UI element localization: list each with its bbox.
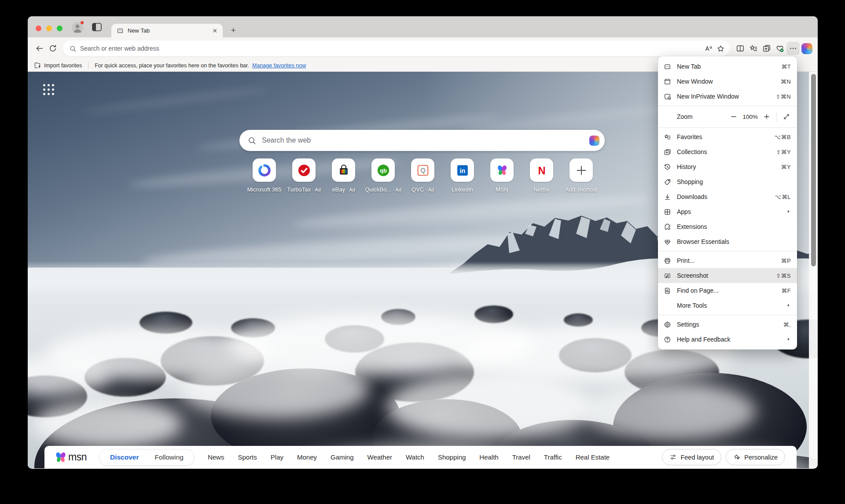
shortcut-quickbo[interactable]: qbQuickBo... · Ad: [364, 158, 402, 193]
find-on-page-icon: [664, 287, 671, 294]
nav-item-money[interactable]: Money: [297, 453, 317, 461]
nav-item-sports[interactable]: Sports: [238, 453, 257, 461]
web-search-bar[interactable]: [239, 130, 605, 151]
back-button[interactable]: [33, 42, 46, 55]
fullscreen-icon[interactable]: [780, 110, 793, 123]
menu-item-label: New InPrivate Window: [677, 93, 776, 100]
menu-item-label: Extensions: [677, 223, 791, 230]
manage-favorites-link[interactable]: Manage favorites now: [252, 63, 306, 69]
shortcut-label: QuickBo... · Ad: [365, 186, 401, 193]
nav-item-shopping[interactable]: Shopping: [438, 453, 466, 461]
nav-item-weather[interactable]: Weather: [367, 453, 392, 461]
nav-item-watch[interactable]: Watch: [406, 453, 424, 461]
personalize-button[interactable]: Personalize: [726, 449, 785, 465]
menu-item-label: Help and Feedback: [677, 336, 786, 343]
more-options-button[interactable]: [786, 42, 800, 55]
browser-essentials-icon[interactable]: [773, 42, 786, 55]
menu-item-settings[interactable]: Settings⌘,: [658, 317, 797, 332]
menu-item-shopping[interactable]: Shopping: [658, 174, 797, 189]
tab-title: New Tab: [128, 27, 211, 34]
minimize-window-button[interactable]: [46, 26, 52, 31]
address-bar[interactable]: [63, 40, 730, 56]
background-mist: [180, 361, 369, 418]
shortcut-msn[interactable]: MSN: [483, 158, 521, 193]
read-aloud-icon[interactable]: [702, 42, 714, 55]
chevron-right-icon: [786, 302, 791, 309]
menu-item-extensions[interactable]: Extensions: [658, 219, 797, 234]
menu-item-help-and-feedback[interactable]: Help and Feedback: [658, 332, 797, 347]
shortcut-netflix[interactable]: NNetflix: [523, 158, 561, 193]
menu-item-history[interactable]: History⌘Y: [658, 159, 797, 174]
menu-item-shortcut: ⇧⌘N: [776, 93, 791, 100]
menu-item-shortcut: ⇧⌘Y: [776, 149, 791, 155]
menu-item-print[interactable]: Print...⌘P: [658, 253, 797, 268]
menu-item-new-window[interactable]: New Window⌘N: [658, 74, 797, 89]
msn-icon: [490, 158, 514, 182]
refresh-button[interactable]: [46, 42, 59, 55]
favorites-icon[interactable]: [747, 42, 760, 55]
msn-nav: NewsSportsPlayMoneyGamingWeatherWatchSho…: [208, 453, 610, 461]
copilot-icon[interactable]: [589, 136, 599, 146]
msn-logo[interactable]: msn: [54, 451, 87, 464]
help-icon: [664, 336, 671, 343]
copilot-icon[interactable]: [801, 43, 812, 54]
shortcut-qvc[interactable]: QQVC · Ad: [404, 158, 442, 193]
menu-item-label: Browser Essentials: [677, 238, 791, 245]
menu-item-downloads[interactable]: Downloads⌥⌘L: [658, 189, 797, 204]
favorites-bar-divider: [88, 62, 88, 69]
qvc-icon: Q: [411, 158, 434, 182]
new-tab-button[interactable]: +: [228, 25, 239, 36]
menu-item-find-on-page[interactable]: Find on Page...⌘F: [658, 283, 797, 298]
menu-item-collections[interactable]: Collections⇧⌘Y: [658, 144, 797, 159]
menu-item-label: More Tools: [677, 302, 786, 309]
nav-item-gaming[interactable]: Gaming: [331, 453, 354, 461]
zoom-out-button[interactable]: [727, 110, 740, 123]
menu-item-apps[interactable]: Apps: [658, 204, 797, 219]
split-screen-icon[interactable]: [734, 42, 747, 55]
menu-item-label: Find on Page...: [677, 287, 781, 294]
collections-icon[interactable]: [760, 42, 773, 55]
favorite-star-icon[interactable]: [714, 42, 727, 55]
search-icon: [69, 45, 77, 52]
menu-item-screenshot[interactable]: Screenshot⇧⌘S: [658, 268, 797, 283]
close-window-button[interactable]: [36, 26, 41, 31]
shortcut-ebay[interactable]: eBay · Ad: [325, 158, 363, 193]
page-scrollbar-track[interactable]: [809, 72, 818, 468]
menu-divider: [658, 251, 797, 251]
ad-badge: · Ad: [424, 187, 434, 192]
menu-item-label: New Tab: [677, 63, 781, 70]
menu-item-new-inprivate-window[interactable]: New InPrivate Window⇧⌘N: [658, 89, 797, 104]
feed-tab-following[interactable]: Following: [147, 453, 191, 461]
menu-item-new-tab[interactable]: New Tab⌘T: [658, 59, 797, 74]
shortcut-microsoft-365[interactable]: Microsoft 365: [246, 158, 283, 193]
tab-actions-icon[interactable]: [92, 23, 102, 31]
feed-tab-discover[interactable]: Discover: [102, 453, 147, 461]
new-window-icon: [664, 78, 671, 85]
app-launcher-icon[interactable]: [43, 84, 55, 96]
menu-item-browser-essentials[interactable]: Browser Essentials: [658, 234, 797, 249]
shortcut-add-shortcut[interactable]: Add shortcut: [562, 158, 600, 193]
nav-item-traffic[interactable]: Traffic: [544, 453, 562, 461]
sliders-icon: [669, 453, 677, 461]
fullscreen-window-button[interactable]: [57, 26, 62, 31]
import-favorites-button[interactable]: Import favorites: [44, 63, 82, 69]
shortcut-turbotax[interactable]: TurboTax · Ad: [285, 158, 323, 193]
menu-item-more-tools[interactable]: More Tools: [658, 298, 797, 313]
tab-new-tab[interactable]: New Tab ✕: [111, 24, 223, 37]
nav-item-health[interactable]: Health: [479, 453, 498, 461]
feed-layout-button[interactable]: Feed layout: [662, 449, 721, 465]
nav-item-play[interactable]: Play: [271, 453, 283, 461]
page-scrollbar-thumb[interactable]: [811, 74, 816, 266]
nav-item-news[interactable]: News: [208, 453, 224, 461]
title-bar: New Tab ✕ +: [28, 16, 818, 37]
nav-item-travel[interactable]: Travel: [512, 453, 530, 461]
tab-close-icon[interactable]: ✕: [211, 27, 218, 34]
web-search-input[interactable]: [262, 136, 588, 144]
zoom-in-button[interactable]: [760, 110, 773, 123]
shortcut-linkedin[interactable]: inLinkedIn: [444, 158, 481, 193]
menu-item-favorites[interactable]: Favorites⌥⌘B: [658, 129, 797, 144]
address-input[interactable]: [80, 45, 702, 52]
nav-item-real-estate[interactable]: Real Estate: [576, 453, 610, 461]
menu-divider: [658, 315, 797, 315]
quick-links-row: Microsoft 365TurboTax · AdeBay · AdqbQui…: [246, 158, 600, 193]
